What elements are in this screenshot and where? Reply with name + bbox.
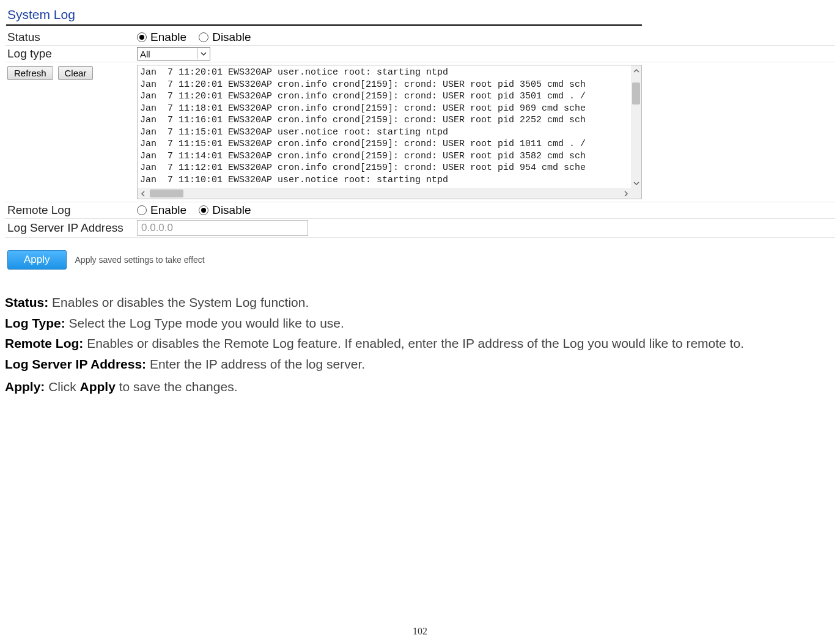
doc-ip-b: Log Server IP Address:	[5, 357, 146, 371]
scrollbar-corner	[631, 188, 641, 199]
doc-apply-t2: to save the changes.	[116, 380, 238, 394]
logtype-selected: All	[140, 49, 150, 59]
doc-status-t: Enables or disables the System Log funct…	[48, 295, 309, 309]
horizontal-scrollbar[interactable]	[138, 188, 631, 199]
logtype-label: Log type	[7, 47, 137, 61]
doc-apply-t1: Click	[45, 380, 79, 394]
doc-logtype-t: Select the Log Type mode you would like …	[65, 316, 344, 330]
status-enable-label: Enable	[150, 31, 186, 44]
vertical-scroll-thumb[interactable]	[632, 83, 640, 105]
remote-disable-label: Disable	[212, 204, 251, 217]
horizontal-scroll-thumb[interactable]	[150, 189, 183, 197]
apply-note: Apply saved settings to take effect	[75, 255, 205, 265]
refresh-button[interactable]: Refresh	[7, 66, 53, 80]
chevron-down-icon	[197, 48, 208, 59]
ip-row: Log Server IP Address	[5, 219, 835, 238]
apply-button[interactable]: Apply	[7, 250, 67, 270]
doc-status-b: Status:	[5, 295, 48, 309]
remote-enable-radio[interactable]	[137, 205, 147, 215]
doc-text: Status: Enables or disables the System L…	[5, 293, 835, 397]
page-number: 102	[5, 626, 835, 637]
remote-row: Remote Log Enable Disable	[5, 202, 835, 219]
remote-disable-radio[interactable]	[199, 205, 208, 215]
scroll-up-icon[interactable]	[631, 65, 641, 76]
ip-input[interactable]	[137, 220, 308, 236]
logtype-row: Log type All	[5, 46, 835, 62]
remote-radio-group: Enable Disable	[137, 204, 260, 217]
clear-button[interactable]: Clear	[58, 66, 94, 80]
doc-remote-b: Remote Log:	[5, 336, 83, 350]
doc-apply-w: Apply	[80, 380, 116, 394]
remote-label: Remote Log	[7, 204, 137, 217]
panel-title: System Log	[5, 7, 835, 22]
logtype-select[interactable]: All	[137, 47, 210, 61]
status-disable-label: Disable	[212, 31, 251, 44]
ip-label: Log Server IP Address	[7, 221, 137, 235]
divider	[6, 24, 642, 26]
log-textarea[interactable]: Jan 7 11:20:01 EWS320AP user.notice root…	[137, 65, 642, 199]
doc-apply-b: Apply:	[5, 380, 45, 394]
scroll-left-icon[interactable]	[138, 188, 148, 199]
vertical-scrollbar[interactable]	[631, 65, 641, 188]
apply-row: Apply Apply saved settings to take effec…	[5, 238, 835, 276]
status-enable-radio[interactable]	[137, 32, 147, 42]
scroll-right-icon[interactable]	[621, 188, 631, 199]
status-row: Status Enable Disable	[5, 29, 835, 46]
log-controls: Refresh Clear	[7, 65, 137, 80]
doc-remote-t: Enables or disables the Remote Log featu…	[83, 336, 744, 350]
scroll-down-icon[interactable]	[631, 178, 641, 188]
log-content: Jan 7 11:20:01 EWS320AP user.notice root…	[138, 65, 641, 188]
remote-enable-label: Enable	[150, 204, 186, 217]
doc-logtype-b: Log Type:	[5, 316, 65, 330]
status-radio-group: Enable Disable	[137, 31, 260, 44]
status-label: Status	[7, 31, 137, 44]
log-row: Refresh Clear Jan 7 11:20:01 EWS320AP us…	[5, 62, 835, 202]
doc-ip-t: Enter the IP address of the log server.	[146, 357, 365, 371]
status-disable-radio[interactable]	[199, 32, 208, 42]
